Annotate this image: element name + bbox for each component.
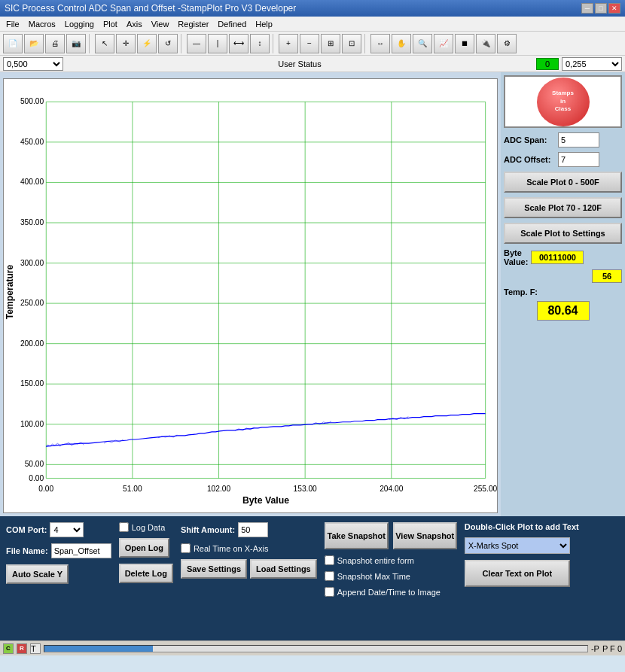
- toolbar-open[interactable]: 📂: [24, 34, 44, 53]
- svg-text:Temperature: Temperature: [5, 264, 15, 319]
- log-data-checkbox[interactable]: [119, 522, 129, 532]
- snapshot-form-label: Snapshot entire form: [337, 556, 414, 565]
- svg-text:350.00: 350.00: [20, 218, 44, 227]
- xmarks-dropdown[interactable]: X-Marks Spot: [465, 537, 570, 554]
- toolbar-settings[interactable]: ⚙: [497, 34, 517, 53]
- status-r-indicator: R: [17, 643, 27, 654]
- status-pos: -P: [591, 644, 599, 653]
- open-log-button[interactable]: Open Log: [119, 538, 169, 558]
- adc-span-input[interactable]: [558, 132, 599, 147]
- snapshot-max-checkbox[interactable]: [325, 571, 334, 581]
- toolbar-print[interactable]: 🖨: [45, 34, 65, 53]
- menu-logging[interactable]: Logging: [60, 18, 99, 30]
- toolbar-crosshair[interactable]: ✛: [116, 34, 136, 53]
- toolbar: 📄 📂 🖨 📷 ↖ ✛ ⚡ ↺ — | ⟷ ↕ + − ⊞ ⊡ ↔ ✋ 🔍 📈 …: [0, 32, 625, 56]
- scale-plot-settings-button[interactable]: Scale Plot to Settings: [504, 223, 622, 244]
- auto-scale-y-button[interactable]: Auto Scale Y: [6, 564, 69, 584]
- toolbar-zoom2[interactable]: 🔍: [413, 34, 432, 53]
- menu-defined[interactable]: Defined: [213, 18, 251, 30]
- svg-text:50.00: 50.00: [25, 460, 44, 468]
- menu-axis[interactable]: Axis: [122, 18, 147, 30]
- snapshot-form-checkbox[interactable]: [325, 555, 334, 565]
- svg-text:204.00: 204.00: [380, 485, 404, 493]
- right-status-dropdown[interactable]: 0,255: [562, 57, 622, 71]
- menu-file[interactable]: File: [2, 18, 24, 30]
- log-data-row: Log Data: [119, 522, 173, 532]
- toolbar-connect[interactable]: 🔌: [476, 34, 495, 53]
- title-bar: SIC Process Control ADC Span and Offset …: [0, 0, 625, 17]
- right-panel: StampsinClass ADC Span: ADC Offset: Scal…: [501, 72, 625, 516]
- logo-area: StampsinClass: [504, 75, 622, 128]
- toolbar-camera[interactable]: 📷: [66, 34, 86, 53]
- delete-log-button[interactable]: Delete Log: [119, 564, 173, 583]
- adc-span-label: ADC Span:: [504, 135, 555, 144]
- log-data-label: Log Data: [132, 523, 166, 532]
- toolbar-minus[interactable]: −: [300, 34, 319, 53]
- scale-plot-70-120-button[interactable]: Scale Plot 70 - 120F: [504, 197, 622, 218]
- toolbar-plot[interactable]: 📈: [434, 34, 453, 53]
- scale-plot-0-500-button[interactable]: Scale Plot 0 - 500F: [504, 172, 622, 193]
- chart-svg: 500.00 450.00 400.00 350.00 300.00 250.0…: [4, 79, 497, 512]
- menu-help[interactable]: Help: [251, 18, 277, 30]
- svg-text:102.00: 102.00: [207, 485, 231, 493]
- append-date-label: Append Date/Time to Image: [337, 588, 441, 597]
- status-bar: 0,500 User Status 0 0,255: [0, 56, 625, 72]
- status-progress-bar: [44, 645, 588, 652]
- toolbar-hline[interactable]: —: [187, 34, 206, 53]
- realtime-row: Real Time on X-Axis: [181, 543, 317, 553]
- file-name-label: File Name:: [6, 546, 48, 555]
- toolbar-plus[interactable]: +: [279, 34, 298, 53]
- toolbar-vline[interactable]: |: [208, 34, 227, 53]
- toolbar-scroll[interactable]: ↔: [370, 34, 390, 53]
- take-snapshot-button[interactable]: Take Snapshot: [325, 522, 389, 549]
- temp-row: Temp. F:: [504, 287, 622, 296]
- window-controls: ─ □ ✕: [581, 3, 620, 14]
- file-name-input[interactable]: [51, 543, 111, 558]
- chart-container[interactable]: 500.00 450.00 400.00 350.00 300.00 250.0…: [3, 78, 498, 513]
- save-settings-button[interactable]: Save Settings: [181, 559, 247, 579]
- toolbar-reset[interactable]: ↺: [158, 34, 178, 53]
- load-settings-button[interactable]: Load Settings: [250, 559, 317, 579]
- chart-area: 500.00 450.00 400.00 350.00 300.00 250.0…: [0, 72, 501, 516]
- toolbar-cursor[interactable]: ↖: [95, 34, 114, 53]
- adc-offset-input[interactable]: [558, 152, 599, 167]
- svg-text:450.00: 450.00: [20, 138, 44, 146]
- menu-plot[interactable]: Plot: [99, 18, 122, 30]
- toolbar-zoom[interactable]: ⊞: [321, 34, 340, 53]
- left-status-dropdown[interactable]: 0,500: [3, 57, 63, 71]
- adc-offset-row: ADC Offset:: [504, 152, 622, 167]
- svg-rect-0: [4, 79, 497, 512]
- text-section: Double-Click Plot to add Text X-Marks Sp…: [465, 522, 579, 587]
- append-date-checkbox[interactable]: [325, 587, 334, 597]
- svg-text:250.00: 250.00: [20, 299, 44, 307]
- toolbar-new[interactable]: 📄: [3, 34, 23, 53]
- file-name-row: File Name:: [6, 543, 111, 558]
- shift-section: Shift Amount: Real Time on X-Axis Save S…: [181, 522, 317, 579]
- toolbar-hand[interactable]: ✋: [392, 34, 411, 53]
- menu-view[interactable]: View: [147, 18, 174, 30]
- snapshot-form-row: Snapshot entire form: [325, 555, 457, 565]
- maximize-button[interactable]: □: [595, 3, 607, 14]
- view-snapshot-button[interactable]: View Snapshot: [393, 522, 457, 549]
- toolbar-fit[interactable]: ⊡: [342, 34, 361, 53]
- clear-text-button[interactable]: Clear Text on Plot: [465, 560, 570, 587]
- menu-macros[interactable]: Macros: [24, 18, 60, 30]
- toolbar-hscale[interactable]: ⟷: [229, 34, 248, 53]
- snapshot-max-label: Snapshot Max Time: [337, 572, 410, 581]
- minimize-button[interactable]: ─: [581, 3, 593, 14]
- close-button[interactable]: ✕: [608, 3, 620, 14]
- svg-text:0.00: 0.00: [29, 474, 44, 482]
- menu-register[interactable]: Register: [173, 18, 213, 30]
- svg-text:51.00: 51.00: [123, 485, 142, 493]
- toolbar-stop[interactable]: ⏹: [455, 34, 474, 53]
- snapshot-max-row: Snapshot Max Time: [325, 571, 457, 581]
- snapshot-section: Take Snapshot View Snapshot Snapshot ent…: [325, 522, 457, 597]
- svg-text:300.00: 300.00: [20, 259, 44, 267]
- toolbar-vscale[interactable]: ↕: [250, 34, 270, 53]
- status-progress-fill: [44, 646, 153, 652]
- toolbar-stamp[interactable]: ⚡: [137, 34, 157, 53]
- log-section: Log Data Open Log Delete Log: [119, 522, 173, 583]
- shift-amount-input[interactable]: [238, 522, 268, 537]
- realtime-checkbox[interactable]: [181, 543, 191, 553]
- com-port-dropdown[interactable]: 4 1 2 3: [50, 522, 84, 537]
